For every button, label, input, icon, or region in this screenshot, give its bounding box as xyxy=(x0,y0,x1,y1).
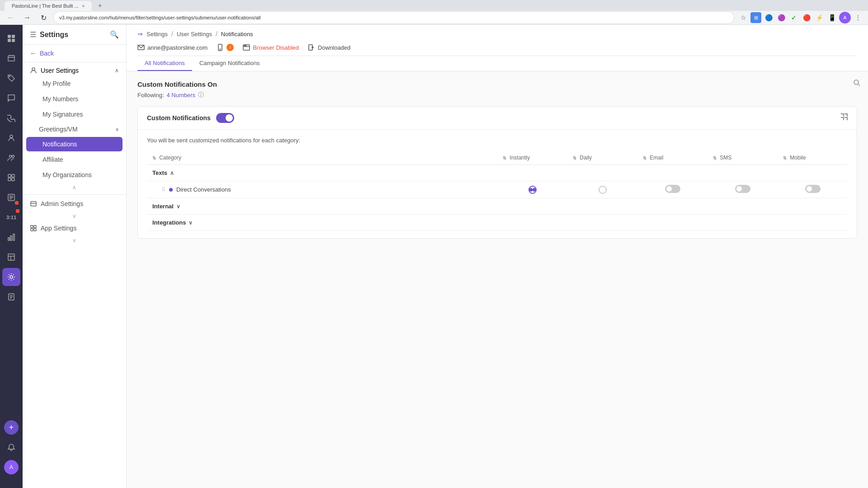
timer-display: 3:11 xyxy=(6,215,16,220)
mobile-channel[interactable]: ! xyxy=(217,44,234,51)
sidebar-admin-settings[interactable]: Admin Settings xyxy=(23,197,126,211)
email-address: anne@pastorsline.com xyxy=(147,44,208,51)
mobile-toggle[interactable] xyxy=(805,185,821,193)
info-icon[interactable]: ⓘ xyxy=(198,91,204,99)
tab-title: PastorsLine | The Best Built ... xyxy=(12,3,79,9)
greetings-vm-label: Greetings/VM xyxy=(39,126,78,133)
address-bar[interactable]: v3.my.pastorsline.com/hub/menus/filter/s… xyxy=(53,11,734,24)
svg-rect-2 xyxy=(8,39,11,42)
browser-tab[interactable]: PastorsLine | The Best Built ... × xyxy=(5,1,92,11)
sidebar-item-greetings-vm[interactable]: Greetings/VM ∨ xyxy=(23,122,126,136)
admin-collapse-toggle[interactable]: ∨ xyxy=(23,211,126,221)
breadcrumb-user-settings[interactable]: User Settings xyxy=(177,31,212,38)
nav-contacts-icon[interactable] xyxy=(2,129,20,147)
new-tab-button[interactable]: + xyxy=(94,0,106,11)
user-settings-section[interactable]: User Settings ∧ xyxy=(23,62,126,76)
collapse-icon[interactable]: ∧ xyxy=(115,67,119,74)
email-cell[interactable] xyxy=(637,181,708,198)
chrome-ext-4[interactable]: 🔴 xyxy=(801,12,812,23)
top-search-button[interactable] xyxy=(853,79,861,89)
user-avatar-nav[interactable]: A xyxy=(4,460,19,474)
following-info: Following: 4 Numbers ⓘ xyxy=(137,91,857,99)
nav-web-widgets-icon[interactable] xyxy=(2,169,20,187)
internal-expand-icon: ∨ xyxy=(176,203,180,210)
col-header-instantly: ⇅ Instantly xyxy=(497,151,567,165)
sidebar-item-my-profile[interactable]: My Profile xyxy=(26,76,123,91)
browser-channel[interactable]: Browser Disabled xyxy=(243,44,299,51)
svg-rect-34 xyxy=(31,225,33,228)
menu-dots[interactable]: ⋮ xyxy=(853,12,863,23)
extensions-icon[interactable]: ⊞ xyxy=(750,12,761,23)
chrome-ext-2[interactable]: 🟣 xyxy=(776,12,787,23)
nav-templates-icon[interactable] xyxy=(2,248,20,266)
nav-grid-icon[interactable] xyxy=(2,29,20,47)
custom-notifications-toggle[interactable] xyxy=(216,113,234,123)
chrome-ext-5[interactable]: ⚡ xyxy=(814,12,825,23)
greetings-chevron-icon: ∨ xyxy=(115,127,119,132)
expand-button[interactable] xyxy=(840,113,848,122)
nav-legacy-icon[interactable] xyxy=(2,288,20,306)
nav-tags-icon[interactable] xyxy=(2,69,20,87)
shortcode-badge xyxy=(15,201,19,205)
integrations-section-row[interactable]: Integrations ∨ xyxy=(147,215,848,231)
nav-campaigns-icon[interactable] xyxy=(2,49,20,67)
drag-handle-icon[interactable]: ⠿ xyxy=(161,187,165,193)
chrome-ext-3[interactable]: ✓ xyxy=(788,12,799,23)
following-link[interactable]: 4 Numbers xyxy=(167,92,196,99)
daily-cell[interactable] xyxy=(567,181,637,198)
svg-rect-14 xyxy=(8,178,11,181)
email-toggle[interactable] xyxy=(665,185,680,193)
instantly-radio[interactable] xyxy=(528,186,537,194)
sidebar-search-icon[interactable]: 🔍 xyxy=(110,30,119,39)
chrome-ext-1[interactable]: 🔵 xyxy=(763,12,774,23)
sidebar-item-my-numbers[interactable]: My Numbers xyxy=(26,92,123,106)
user-avatar[interactable]: A xyxy=(839,12,851,23)
app-container: 3:11 xyxy=(0,0,868,488)
bookmark-icon[interactable]: ☆ xyxy=(738,12,749,23)
daily-radio[interactable] xyxy=(599,186,607,194)
back-button[interactable]: ← Back xyxy=(23,45,126,62)
nav-chat-icon[interactable] xyxy=(2,89,20,107)
hamburger-icon[interactable]: ☰ xyxy=(30,30,36,39)
following-label: Following: xyxy=(137,92,164,99)
nav-settings-icon[interactable] xyxy=(2,268,20,286)
collapse-toggle[interactable]: ∧ xyxy=(23,183,126,192)
add-button[interactable]: + xyxy=(4,420,19,435)
app-collapse-toggle[interactable]: ∨ xyxy=(23,235,126,245)
col-header-email: ⇅ Email xyxy=(637,151,708,165)
dot-indicator xyxy=(169,188,173,192)
sidebar-item-my-signatures[interactable]: My Signatures xyxy=(26,107,123,122)
email-channel[interactable]: anne@pastorsline.com xyxy=(137,44,208,51)
svg-point-44 xyxy=(245,45,246,46)
nav-contacts2-icon[interactable] xyxy=(2,149,20,167)
nav-shortcode-icon[interactable] xyxy=(2,188,20,206)
my-numbers-label: My Numbers xyxy=(42,95,78,103)
sms-cell[interactable] xyxy=(708,181,778,198)
mobile-cell[interactable] xyxy=(778,181,848,198)
sidebar-item-my-organizations[interactable]: My Organizations xyxy=(26,168,123,182)
nav-timer[interactable]: 3:11 xyxy=(2,208,20,226)
breadcrumb-settings[interactable]: Settings xyxy=(146,31,168,38)
tab-campaign-notifications[interactable]: Campaign Notifications xyxy=(192,56,267,71)
card-header-left: Custom Notifications xyxy=(147,113,234,123)
sidebar-item-affiliate[interactable]: Affiliate xyxy=(26,152,123,167)
chrome-ext-6[interactable]: 📱 xyxy=(826,12,837,23)
back-nav-button[interactable]: ← xyxy=(5,11,17,24)
forward-nav-button[interactable]: → xyxy=(21,11,33,24)
nav-analytics-icon[interactable] xyxy=(2,228,20,246)
texts-section-row[interactable]: Texts ∧ xyxy=(147,165,848,181)
downloaded-channel[interactable]: Downloaded xyxy=(308,44,350,51)
notification-bell-icon[interactable] xyxy=(2,438,20,456)
svg-rect-23 xyxy=(8,254,14,260)
tab-all-notifications[interactable]: All Notifications xyxy=(137,56,192,71)
internal-section-row[interactable]: Internal ∨ xyxy=(147,198,848,215)
sidebar-item-notifications[interactable]: Notifications xyxy=(26,137,123,151)
instantly-cell[interactable] xyxy=(497,181,567,198)
svg-point-9 xyxy=(10,135,13,138)
nav-phone-icon[interactable] xyxy=(2,109,20,127)
tab-close-icon[interactable]: × xyxy=(82,4,85,9)
refresh-button[interactable]: ↻ xyxy=(37,11,50,24)
sms-toggle[interactable] xyxy=(735,185,750,193)
sidebar-app-settings[interactable]: App Settings xyxy=(23,221,126,235)
svg-rect-21 xyxy=(10,236,12,240)
